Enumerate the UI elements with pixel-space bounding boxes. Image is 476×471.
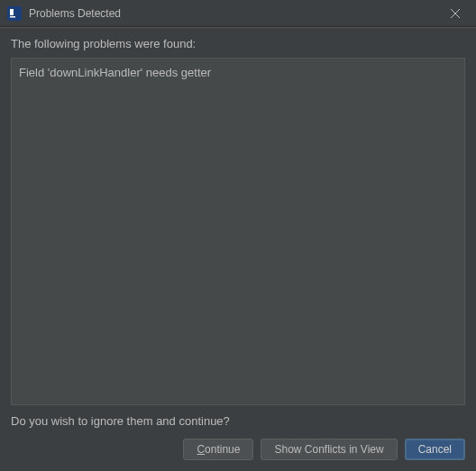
dialog-content: The following problems were found: Field… [0,27,476,471]
title-bar: Problems Detected [0,0,476,27]
close-icon [451,9,460,18]
dialog-title: Problems Detected [29,7,442,20]
svg-rect-0 [7,6,22,21]
show-conflicts-button[interactable]: Show Conflicts in View [261,439,397,460]
confirm-label: Do you wish to ignore them and continue? [11,414,465,428]
problem-item: Field 'downLinkHandler' needs getter [19,64,457,81]
app-icon [7,6,22,21]
button-bar: Continue Show Conflicts in View Cancel [11,439,465,471]
cancel-button[interactable]: Cancel [405,439,465,460]
close-button[interactable] [442,0,469,27]
continue-button[interactable]: Continue [183,439,253,460]
problems-list[interactable]: Field 'downLinkHandler' needs getter [11,58,465,405]
svg-rect-1 [10,9,14,15]
intro-label: The following problems were found: [11,37,465,50]
svg-rect-2 [10,16,15,18]
